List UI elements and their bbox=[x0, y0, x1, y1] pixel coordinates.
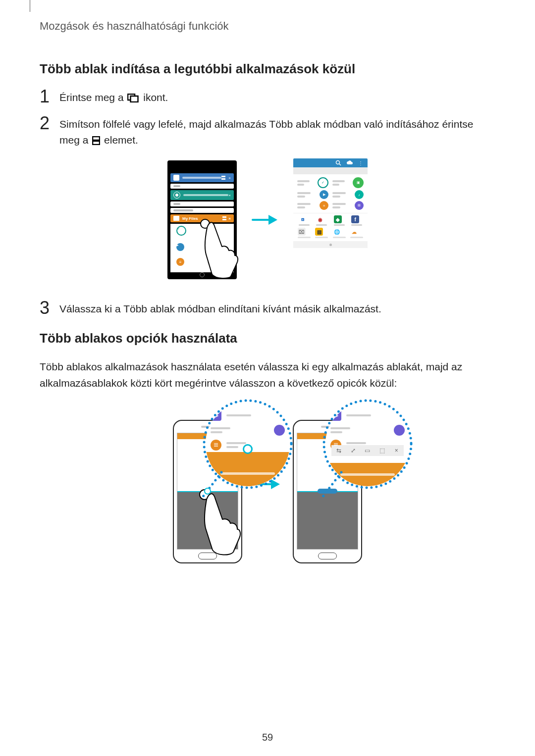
option-close-icon: × bbox=[392, 448, 400, 454]
svg-rect-6 bbox=[222, 216, 226, 218]
svg-rect-7 bbox=[222, 219, 226, 220]
recents-stack: × × My Files bbox=[170, 173, 234, 272]
svc-web: 🌐 bbox=[333, 228, 346, 238]
step2-post: elemet. bbox=[104, 134, 138, 146]
top-rule bbox=[30, 0, 30, 12]
step-3: 3 Válassza ki a Több ablak módban elindí… bbox=[40, 301, 495, 317]
step1-post: ikont. bbox=[143, 92, 168, 103]
panel-services: ⧈ ◉ ◆ f ⌧ ▧ 🌐 ☁ bbox=[293, 213, 368, 241]
svg-line-12 bbox=[339, 164, 341, 165]
multiwindow-icon bbox=[92, 136, 100, 145]
recents-card-quick bbox=[170, 184, 234, 189]
recents-card-line2 bbox=[170, 208, 234, 213]
svg-rect-4 bbox=[221, 176, 225, 177]
recents-card-app1: × bbox=[170, 173, 234, 182]
svc-facebook: f bbox=[351, 215, 362, 226]
page-header: Mozgások és használhatósági funkciók bbox=[40, 20, 495, 33]
recent-apps-icon bbox=[127, 94, 139, 102]
steps-list: 1 Érintse meg a ikont. 2 Simítson fölfel… bbox=[40, 90, 495, 148]
step3-text: Válassza ki a Több ablak módban elindíta… bbox=[59, 301, 495, 317]
panel-cell-documents: ≡ bbox=[297, 201, 328, 210]
recents-card-settings: × bbox=[170, 190, 234, 200]
panel-cell-audio: ♪ bbox=[332, 190, 364, 199]
svg-rect-5 bbox=[221, 178, 225, 180]
svg-rect-2 bbox=[93, 137, 100, 140]
cloud-icon bbox=[346, 160, 353, 165]
page-number: 59 bbox=[0, 732, 535, 743]
svc-drive: ◆ bbox=[334, 215, 345, 226]
step2-text: Simítson fölfelé vagy lefelé, majd alkal… bbox=[59, 116, 495, 148]
svg-point-11 bbox=[336, 161, 340, 164]
step-num-3: 3 bbox=[40, 299, 59, 317]
zoom-lens-left: ▶ ≡ bbox=[201, 397, 295, 491]
arrow-icon bbox=[252, 213, 278, 227]
section2-title: Több ablakos opciók használata bbox=[40, 331, 495, 346]
step-num-1: 1 bbox=[40, 88, 59, 105]
step-2: 2 Simítson fölfelé vagy lefelé, majd alk… bbox=[40, 116, 495, 148]
panel-cell-images: ▣ bbox=[332, 177, 364, 188]
option-swap-icon: ⇆ bbox=[335, 448, 343, 454]
option-drag-icon: ⤢ bbox=[349, 448, 357, 454]
option-minimize-icon: ▭ bbox=[364, 448, 372, 454]
multiwindow-handle-icon bbox=[204, 488, 211, 495]
step-1: 1 Érintse meg a ikont. bbox=[40, 90, 495, 105]
panel-footer bbox=[293, 241, 368, 248]
multiwindow-options-bar: ⇆ ⤢ ▭ ⬚ × bbox=[331, 445, 404, 456]
multiwindow-optionbar-icon bbox=[318, 489, 337, 494]
phone-home-dot bbox=[200, 272, 205, 277]
panel-cell-videos: ▶ bbox=[297, 190, 328, 199]
svc-store: ◉ bbox=[316, 215, 327, 226]
svc-dropbox: ⧈ bbox=[299, 215, 310, 226]
figure1: × × My Files bbox=[40, 158, 495, 281]
step-num-2: 2 bbox=[40, 114, 59, 132]
figure2: ▶ ≡ bbox=[40, 405, 495, 563]
figure2-left: ▶ ≡ bbox=[173, 405, 242, 563]
section1-title: Több ablak indítása a legutóbbi alkalmaz… bbox=[40, 61, 495, 77]
svc-cloud: ☁ bbox=[350, 228, 363, 238]
panel-grid: ✓ ▣ ▶ ♪ ≡ ⊞ bbox=[293, 174, 368, 213]
step1-pre: Érintse meg a bbox=[59, 92, 126, 103]
manual-page: Mozgások és használhatósági funkciók Töb… bbox=[0, 0, 535, 756]
svc-device: ⌧ bbox=[298, 228, 311, 238]
figure1-phone: × × My Files bbox=[167, 160, 237, 279]
svg-rect-3 bbox=[93, 141, 100, 145]
svc-gallery: ▧ bbox=[315, 228, 328, 238]
recents-card-line1 bbox=[170, 202, 234, 206]
section2-paragraph: Több ablakos alkalmazások használata ese… bbox=[40, 359, 495, 391]
more-icon: ⋮ bbox=[358, 160, 364, 166]
recents-card-myfiles: My Files × bbox=[170, 214, 234, 222]
option-maximize-icon: ⬚ bbox=[378, 448, 386, 454]
zoom-handle-icon bbox=[243, 444, 253, 454]
recents-myfiles-body: ✓ ▶ ≡ bbox=[170, 224, 234, 272]
panel-appbar: ⋮ bbox=[293, 158, 368, 167]
zoom-lens-right: ▶ ≡ ⇆ ⤢ ▭ ⬚ × bbox=[321, 397, 415, 491]
svg-marker-10 bbox=[268, 215, 277, 225]
step1-text: Érintse meg a ikont. bbox=[59, 90, 495, 105]
panel-cell-downloaded: ⊞ bbox=[332, 201, 364, 210]
search-icon bbox=[335, 160, 341, 166]
recents-myfiles-label: My Files bbox=[182, 216, 198, 221]
figure1-panel: ⋮ ✓ ▣ ▶ ♪ ≡ ⊞ ⧈ ◉ ◆ f ⌧ ▧ 🌐 ☁ bbox=[293, 158, 368, 281]
panel-cell-recent: ✓ bbox=[297, 177, 328, 188]
panel-subheader bbox=[293, 167, 368, 174]
figure2-right: ▶ ≡ ⇆ ⤢ ▭ ⬚ × bbox=[293, 405, 362, 563]
svg-rect-1 bbox=[131, 96, 138, 102]
steps-list-cont: 3 Válassza ki a Több ablak módban elindí… bbox=[40, 301, 495, 317]
